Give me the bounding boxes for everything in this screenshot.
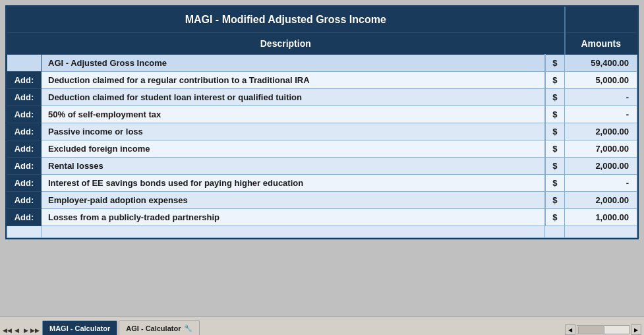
- tab-agi-label: AGI - Calculator: [126, 324, 181, 332]
- row-description: AGI - Adjusted Gross Income: [42, 55, 545, 72]
- row-label: Add:: [7, 72, 42, 89]
- tab-agi-calculator[interactable]: AGI - Calculator 🔧: [119, 320, 200, 335]
- scrollbar-area: ◀ ▶: [565, 324, 641, 335]
- table-row: Add:Deduction claimed for student loan i…: [7, 89, 637, 106]
- table-row: Add:Rental losses$2,000.00: [7, 158, 637, 175]
- tab-nav-prev[interactable]: ◀: [12, 326, 21, 335]
- row-amount: 7,000.00: [565, 140, 637, 158]
- row-amount: -: [565, 106, 637, 123]
- row-dollar-sign: $: [545, 158, 565, 175]
- row-description: Deduction claimed for a regular contribu…: [42, 72, 545, 89]
- row-amount: 2,000.00: [565, 123, 637, 140]
- table-row: Add:Losses from a publicly-traded partne…: [7, 209, 637, 226]
- bottom-cell: [565, 226, 637, 238]
- table-row: Add:50% of self-employment tax$-: [7, 106, 637, 123]
- table-row: Add:Interest of EE savings bonds used fo…: [7, 175, 637, 192]
- description-header: Description: [7, 33, 565, 55]
- row-dollar-sign: $: [545, 175, 565, 192]
- row-description: Rental losses: [42, 158, 545, 175]
- table-wrapper: MAGI - Modified Adjusted Gross Income De…: [5, 5, 639, 239]
- table-row: Add:Employer-paid adoption expenses$2,00…: [7, 192, 637, 209]
- row-amount: 5,000.00: [565, 72, 637, 89]
- row-description: Deduction claimed for student loan inter…: [42, 89, 545, 106]
- row-dollar-sign: $: [545, 55, 565, 72]
- row-description: Excluded foreign income: [42, 140, 545, 158]
- main-area: MAGI - Modified Adjusted Gross Income De…: [0, 0, 644, 317]
- table-row: Add:Excluded foreign income$7,000.00: [7, 140, 637, 158]
- row-amount: 1,000.00: [565, 209, 637, 226]
- row-label: Add:: [7, 192, 42, 209]
- spreadsheet-container: MAGI - Modified Adjusted Gross Income De…: [0, 0, 644, 335]
- row-dollar-sign: $: [545, 209, 565, 226]
- amounts-col-header: Amounts: [565, 33, 637, 55]
- row-description: 50% of self-employment tax: [42, 106, 545, 123]
- scroll-left-btn[interactable]: ◀: [565, 324, 575, 335]
- scroll-right-btn[interactable]: ▶: [631, 324, 641, 335]
- row-amount: -: [565, 89, 637, 106]
- magi-table: MAGI - Modified Adjusted Gross Income De…: [7, 7, 637, 238]
- title-row: MAGI - Modified Adjusted Gross Income: [7, 7, 637, 33]
- row-dollar-sign: $: [545, 140, 565, 158]
- table-title: MAGI - Modified Adjusted Gross Income: [7, 7, 565, 33]
- table-row: Add:Deduction claimed for a regular cont…: [7, 72, 637, 89]
- row-dollar-sign: $: [545, 89, 565, 106]
- row-dollar-sign: $: [545, 123, 565, 140]
- row-amount: -: [565, 175, 637, 192]
- tab-magi-label: MAGI - Calculator: [49, 324, 110, 332]
- row-dollar-sign: $: [545, 192, 565, 209]
- tab-nav-first[interactable]: ◀◀: [3, 326, 12, 335]
- row-description: Passive income or loss: [42, 123, 545, 140]
- table-row: AGI - Adjusted Gross Income$59,400.00: [7, 55, 637, 72]
- row-description: Losses from a publicly-traded partnershi…: [42, 209, 545, 226]
- tab-nav-next[interactable]: ▶: [21, 326, 30, 335]
- col-header-row: Description Amounts: [7, 33, 637, 55]
- row-amount: 59,400.00: [565, 55, 637, 72]
- row-amount: 2,000.00: [565, 192, 637, 209]
- row-label: Add:: [7, 123, 42, 140]
- amounts-header-blank: [565, 7, 637, 33]
- bottom-row: [7, 226, 637, 238]
- row-label: Add:: [7, 209, 42, 226]
- tab-agi-icon: 🔧: [183, 324, 192, 333]
- row-label: Add:: [7, 175, 42, 192]
- row-dollar-sign: $: [545, 106, 565, 123]
- row-label: Add:: [7, 89, 42, 106]
- row-dollar-sign: $: [545, 72, 565, 89]
- table-body: AGI - Adjusted Gross Income$59,400.00Add…: [7, 55, 637, 238]
- row-label: Add:: [7, 158, 42, 175]
- tab-nav-last[interactable]: ▶▶: [30, 326, 40, 335]
- scroll-thumb[interactable]: [578, 326, 604, 334]
- bottom-cell: [545, 226, 565, 238]
- tab-bar: ◀◀ ◀ ▶ ▶▶ MAGI - Calculator AGI - Calcul…: [0, 317, 644, 335]
- row-label: Add:: [7, 106, 42, 123]
- tab-nav-arrows: ◀◀ ◀ ▶ ▶▶: [3, 326, 40, 335]
- bottom-cell: [42, 226, 545, 238]
- table-row: Add:Passive income or loss$2,000.00: [7, 123, 637, 140]
- scroll-track[interactable]: [577, 325, 629, 334]
- row-label: Add:: [7, 140, 42, 158]
- tab-magi-calculator[interactable]: MAGI - Calculator: [42, 320, 117, 335]
- row-description: Employer-paid adoption expenses: [42, 192, 545, 209]
- row-label: [7, 55, 42, 72]
- bottom-cell: [7, 226, 42, 238]
- row-amount: 2,000.00: [565, 158, 637, 175]
- row-description: Interest of EE savings bonds used for pa…: [42, 175, 545, 192]
